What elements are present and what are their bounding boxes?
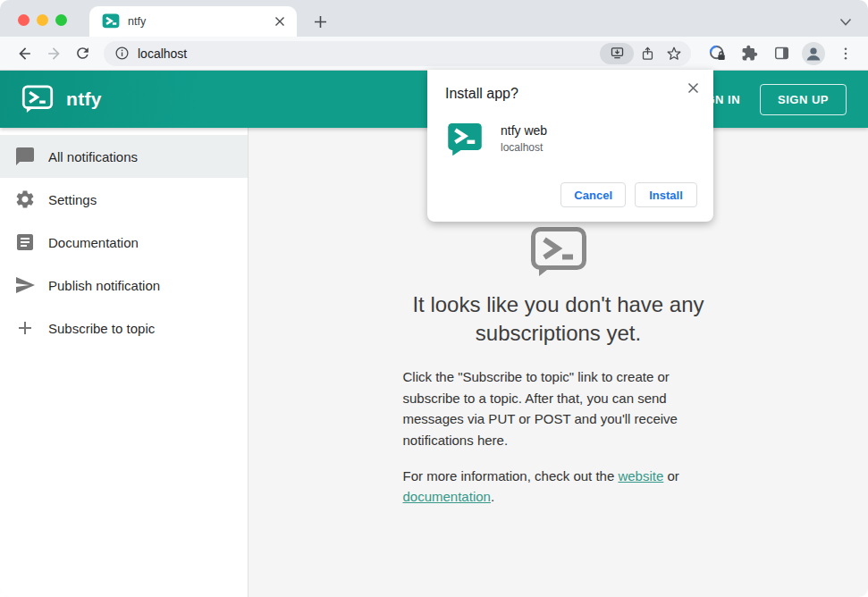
zoom-window-button[interactable] — [55, 14, 67, 26]
sidebar: All notifications Settings Documentation… — [0, 128, 249, 597]
side-panel-icon[interactable] — [768, 42, 795, 65]
profile-avatar[interactable] — [800, 42, 827, 65]
browser-window: ntfy localhost — [0, 0, 868, 597]
sidebar-item-publish-notification[interactable]: Publish notification — [0, 264, 248, 307]
minimize-window-button[interactable] — [37, 14, 48, 26]
site-info-icon[interactable] — [114, 46, 130, 61]
more-info-suffix: . — [491, 489, 494, 504]
install-app-button[interactable] — [600, 43, 634, 64]
more-info-prefix: For more information, check out the — [403, 468, 619, 483]
tab-title: ntfy — [128, 15, 272, 28]
reload-button[interactable] — [70, 41, 95, 66]
bookmark-star-icon — [666, 46, 682, 62]
install-app-dialog: Install app? ntfy web localhost Cancel I… — [427, 70, 713, 222]
send-icon — [14, 274, 36, 296]
close-window-button[interactable] — [18, 14, 29, 26]
tab-search-chevron-icon[interactable] — [839, 14, 852, 30]
sign-up-button[interactable]: SIGN UP — [760, 84, 847, 115]
gear-icon — [14, 189, 36, 210]
share-button[interactable] — [634, 42, 661, 65]
sidebar-item-subscribe-to-topic[interactable]: Subscribe to topic — [0, 307, 248, 349]
chat-bubble-icon — [14, 146, 36, 167]
sidebar-item-settings[interactable]: Settings — [0, 178, 248, 221]
install-button[interactable]: Install — [635, 182, 697, 207]
cancel-button[interactable]: Cancel — [560, 182, 626, 207]
empty-state-instructions: Click the "Subscribe to topic" link to c… — [403, 366, 714, 451]
dialog-actions: Cancel Install — [445, 182, 697, 207]
dialog-app-origin: localhost — [501, 141, 547, 154]
dialog-app-row: ntfy web localhost — [447, 122, 697, 157]
browser-toolbar: localhost — [0, 37, 868, 71]
sidebar-item-documentation[interactable]: Documentation — [0, 221, 248, 264]
window-controls — [18, 14, 67, 26]
menu-kebab-icon[interactable] — [832, 42, 859, 65]
ntfy-logo-icon — [21, 85, 54, 114]
sidebar-item-label: Settings — [48, 192, 97, 207]
tab-strip: ntfy — [0, 0, 868, 37]
dialog-close-icon[interactable] — [683, 78, 703, 97]
sidebar-item-all-notifications[interactable]: All notifications — [0, 135, 248, 178]
tab-close-icon[interactable] — [272, 13, 288, 29]
website-link[interactable]: website — [618, 468, 663, 483]
sidebar-item-label: All notifications — [48, 149, 138, 164]
dialog-title: Install app? — [445, 86, 697, 102]
empty-state-more-info: For more information, check out the webs… — [403, 466, 714, 508]
dialog-app-meta: ntfy web localhost — [501, 122, 547, 157]
plus-icon — [14, 317, 36, 339]
sidebar-item-label: Subscribe to topic — [48, 321, 155, 336]
ntfy-app-icon — [447, 122, 483, 157]
bookmark-button[interactable] — [661, 42, 687, 65]
back-button[interactable] — [13, 41, 38, 66]
address-bar[interactable]: localhost — [104, 41, 691, 66]
new-tab-button[interactable] — [308, 9, 333, 34]
empty-state-heading: It looks like you don't have any subscri… — [367, 290, 751, 348]
share-icon — [640, 46, 655, 62]
ntfy-favicon — [102, 13, 120, 30]
documentation-link[interactable]: documentation — [403, 489, 491, 504]
brand: ntfy — [21, 85, 102, 114]
install-app-icon — [610, 46, 625, 61]
ntfy-logo-icon-large — [530, 226, 587, 278]
password-manager-extension-icon[interactable] — [704, 42, 730, 65]
toolbar-right-icons — [704, 42, 859, 65]
brand-name: ntfy — [66, 88, 102, 110]
more-info-mid: or — [663, 468, 679, 483]
url-text[interactable]: localhost — [138, 46, 600, 61]
browser-tab-ntfy[interactable]: ntfy — [89, 6, 297, 37]
article-icon — [14, 231, 36, 253]
sidebar-item-label: Documentation — [48, 235, 139, 250]
extensions-puzzle-icon[interactable] — [736, 42, 763, 65]
forward-button[interactable] — [41, 41, 66, 66]
dialog-app-name: ntfy web — [501, 123, 547, 138]
sidebar-item-label: Publish notification — [48, 278, 160, 293]
